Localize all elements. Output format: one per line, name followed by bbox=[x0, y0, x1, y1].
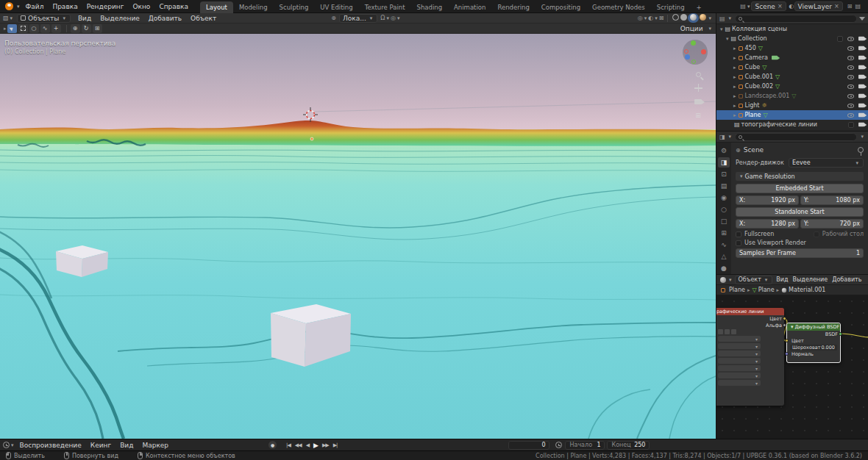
grid-icon[interactable]: ⊞ bbox=[847, 3, 853, 10]
chevron-down-icon[interactable]: ▾ bbox=[729, 134, 732, 140]
shading-rendered[interactable] bbox=[699, 14, 707, 22]
datablock-unlink-icon[interactable] bbox=[731, 329, 736, 334]
outliner-row-cube-002[interactable]: ▸ Cube.002 ▽ bbox=[716, 82, 868, 91]
tab-animation[interactable]: Animation bbox=[448, 1, 491, 13]
menu-view[interactable]: Вид bbox=[774, 276, 790, 283]
tab-uv-editing[interactable]: UV Editing bbox=[314, 1, 358, 13]
chevron-down-icon[interactable]: ▾ bbox=[708, 15, 711, 21]
viewport-3d[interactable]: Пользовательская перспектива (0) Collect… bbox=[0, 34, 716, 439]
eye-icon[interactable] bbox=[847, 46, 854, 51]
node-group-option-row[interactable]: ▾ bbox=[718, 351, 761, 356]
tab-material[interactable]: ● bbox=[718, 263, 730, 273]
node-bsdf-header[interactable]: ▾ Диффузный BSDF bbox=[787, 323, 840, 331]
tool-select-lasso[interactable]: ∿ bbox=[40, 24, 50, 33]
chevron-down-icon[interactable]: ▾ bbox=[386, 15, 389, 21]
render-visibility-camera-icon[interactable] bbox=[858, 46, 864, 51]
datablock-open-icon[interactable] bbox=[725, 329, 730, 334]
ortho-grid-icon[interactable]: ⊞ bbox=[691, 109, 705, 121]
tab-add-workspace[interactable]: + bbox=[691, 1, 708, 13]
render-visibility-camera-icon[interactable] bbox=[858, 56, 864, 60]
transform-orientation[interactable]: Лока... ▾ bbox=[339, 14, 377, 23]
render-visibility-camera-icon[interactable] bbox=[858, 75, 864, 79]
auto-keyframe-button[interactable]: ● bbox=[268, 441, 277, 449]
tab-sculpting[interactable]: Sculpting bbox=[274, 1, 315, 13]
tab-physics[interactable]: ∿ bbox=[718, 240, 730, 250]
eye-icon[interactable] bbox=[847, 37, 854, 41]
axis-x-dot[interactable] bbox=[701, 49, 706, 54]
embedded-start-button[interactable]: Embedded Start bbox=[736, 184, 864, 193]
menu-select[interactable]: Выделение bbox=[791, 276, 830, 283]
chevron-down-icon[interactable]: ▾ bbox=[655, 15, 658, 21]
filter-icon[interactable] bbox=[859, 17, 865, 21]
close-icon[interactable]: × bbox=[778, 3, 783, 10]
chevron-right-icon[interactable]: ▸ bbox=[4, 26, 7, 32]
tab-scripting[interactable]: Scripting bbox=[651, 1, 691, 13]
axis-x-neg-dot[interactable] bbox=[684, 49, 689, 54]
menu-file[interactable]: Файл bbox=[21, 3, 49, 10]
eye-icon[interactable] bbox=[847, 56, 854, 60]
tool-select-circle[interactable]: ○ bbox=[29, 24, 39, 33]
chevron-down-icon[interactable]: ▾ bbox=[644, 15, 647, 21]
node-group-option-row[interactable]: ▾ bbox=[718, 343, 761, 349]
jump-to-start-button[interactable]: |◀ bbox=[284, 442, 293, 448]
tab-output[interactable]: ⊡ bbox=[718, 169, 730, 179]
menu-view[interactable]: Вид bbox=[74, 15, 96, 22]
chevron-down-icon[interactable]: ▾ bbox=[861, 134, 864, 140]
tab-rendering[interactable]: Rendering bbox=[491, 1, 535, 13]
socket-bsdf-output[interactable] bbox=[839, 332, 842, 336]
collection-checkbox[interactable] bbox=[837, 36, 843, 42]
embedded-x-field[interactable]: X: 1920 px bbox=[736, 195, 799, 205]
tool-rotate[interactable]: ↻ bbox=[82, 24, 91, 33]
scene-browse-icon[interactable]: ▤ bbox=[740, 3, 746, 10]
next-keyframe-button[interactable]: ▶▶ bbox=[320, 442, 331, 448]
samples-per-frame-slider[interactable]: Samples Per Frame 1 bbox=[736, 248, 864, 258]
eye-icon[interactable] bbox=[847, 75, 854, 79]
pin-icon[interactable] bbox=[858, 147, 864, 153]
zoom-icon[interactable] bbox=[691, 69, 705, 80]
frame-end-field[interactable]: Конец 250 bbox=[607, 441, 650, 450]
outliner-row-collection[interactable]: ▾ ▤ Collection bbox=[716, 34, 868, 43]
chevron-down-icon[interactable]: ▾ bbox=[10, 15, 13, 21]
tab-world[interactable]: ○ bbox=[718, 204, 730, 215]
outliner-row-450[interactable]: ▸ 450 ▽ bbox=[716, 43, 868, 53]
standalone-start-button[interactable]: Standalone Start bbox=[736, 207, 864, 217]
tab-object[interactable]: □ bbox=[718, 216, 730, 226]
breadcrumb-mesh[interactable]: Plane bbox=[758, 287, 775, 293]
game-resolution-section[interactable]: ▾ Game Resolution bbox=[736, 172, 864, 181]
render-visibility-camera-icon[interactable] bbox=[858, 37, 864, 41]
editor-type-properties-icon[interactable]: ◨ bbox=[719, 134, 725, 140]
render-visibility-camera-icon[interactable] bbox=[858, 104, 864, 108]
node-topo-group[interactable]: ▾ топографические линии Цвет Альфа ▾ bbox=[716, 308, 784, 406]
outliner-row-landscape-001[interactable]: ▸ Landscape.001 ▽ bbox=[716, 91, 868, 101]
chevron-down-icon[interactable]: ▾ bbox=[11, 442, 14, 448]
outliner-row-topo-lines[interactable]: ▤ топографические линии bbox=[716, 120, 868, 129]
standalone-x-field[interactable]: X: 1280 px bbox=[736, 219, 799, 229]
tool-select-box[interactable] bbox=[18, 24, 28, 33]
menu-add[interactable]: Добавить bbox=[144, 15, 186, 22]
menu-view[interactable]: Вид bbox=[115, 442, 138, 449]
properties-search-input[interactable] bbox=[735, 133, 857, 141]
socket-color-output[interactable] bbox=[783, 317, 786, 320]
outliner-row-cube[interactable]: ▸ Cube ▽ bbox=[716, 62, 868, 72]
fullscreen-checkbox[interactable] bbox=[736, 231, 741, 237]
outliner-row-cube-001[interactable]: ▸ Cube.001 ▽ bbox=[716, 72, 868, 82]
node-group-option-row[interactable]: ▾ bbox=[718, 358, 761, 364]
outliner-search-input[interactable] bbox=[735, 15, 857, 23]
navigation-gizmo[interactable] bbox=[683, 40, 708, 65]
node-group-option-row[interactable]: ▾ bbox=[718, 380, 761, 386]
tab-tool[interactable]: ⚙ bbox=[718, 145, 730, 156]
eye-icon[interactable] bbox=[847, 104, 854, 108]
axis-y-dot[interactable] bbox=[691, 40, 696, 46]
window-icon[interactable]: ▤ bbox=[855, 3, 861, 10]
jump-to-end-button[interactable]: ▶| bbox=[331, 442, 340, 448]
xray-toggle-icon[interactable]: ⊠ bbox=[659, 15, 664, 21]
outliner-row-plane[interactable]: ▸ Plane ▽ bbox=[716, 110, 868, 120]
camera-view-icon[interactable] bbox=[691, 96, 705, 107]
chevron-down-icon[interactable]: ▾ bbox=[17, 4, 20, 10]
play-button[interactable]: ▶ bbox=[311, 442, 320, 449]
shader-type-selector[interactable]: Объект ▾ bbox=[735, 276, 773, 284]
node-topo-header[interactable]: ▾ топографические линии bbox=[716, 308, 784, 315]
tab-layout[interactable]: Layout bbox=[200, 1, 233, 13]
editor-type-shader-icon[interactable] bbox=[720, 277, 726, 283]
tab-scene[interactable]: ◉ bbox=[718, 193, 730, 203]
